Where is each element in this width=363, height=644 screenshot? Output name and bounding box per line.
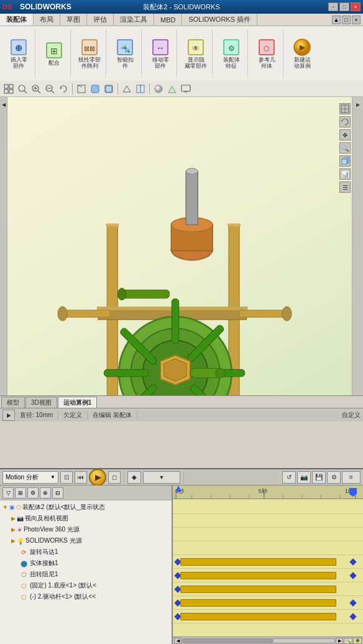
- tab-sketch[interactable]: 草图: [60, 14, 87, 25]
- status-bar: ▶ 直径: 10mm 欠定义 在编辑 装配体 自定义: [0, 408, 363, 421]
- toolbar-group-linear: ⊠⊠ 线性零部件阵列: [73, 29, 106, 78]
- view-orientation-button[interactable]: [339, 103, 351, 114]
- ref-geometry-button[interactable]: ⬡ 参考几何体: [253, 35, 280, 71]
- view-3d-button[interactable]: [339, 155, 351, 167]
- tab-evaluate[interactable]: 评估: [87, 14, 114, 25]
- insert-part-button[interactable]: ⊕ 插入零部件: [5, 35, 32, 71]
- left-panel: ◀: [0, 97, 7, 395]
- tree-item-torque[interactable]: ⎔ 扭转阻尼1: [0, 569, 172, 580]
- keyframe-contact-end[interactable]: [349, 572, 356, 579]
- move-part-icon: ↔: [150, 37, 170, 57]
- smart-fastener-button[interactable]: 🔩 智能扣件: [111, 35, 139, 71]
- wireframe-icon[interactable]: [75, 83, 88, 95]
- tab-plugins[interactable]: SOLIDWORKS 插件: [182, 14, 257, 25]
- maximize-button[interactable]: □: [339, 2, 349, 11]
- tab-model[interactable]: 模型: [1, 397, 25, 408]
- tree-settings-button[interactable]: ⚙: [27, 487, 39, 499]
- motion-play-button[interactable]: ▶: [89, 469, 106, 486]
- tab-3d-view[interactable]: 3D视图: [25, 397, 57, 408]
- scroll-left-button[interactable]: ◀: [174, 638, 182, 644]
- status-expand-button[interactable]: ▶: [2, 410, 15, 421]
- standard-views-icon[interactable]: [2, 83, 15, 95]
- motion-loop-button[interactable]: ↺: [282, 471, 296, 484]
- section-icon[interactable]: [134, 83, 147, 95]
- status-customize[interactable]: 自定义: [342, 411, 361, 420]
- toolbar-group-mate: ⊞ 配合: [38, 29, 71, 78]
- perspective-icon[interactable]: [121, 83, 133, 95]
- display-icon[interactable]: [180, 83, 192, 95]
- view-chart-button[interactable]: 📊: [339, 168, 351, 180]
- insert-part-label: 插入零部件: [11, 57, 27, 70]
- motion-camera-button[interactable]: 📷: [297, 471, 311, 484]
- view-list-button[interactable]: ☰: [339, 182, 351, 193]
- timeline-scrollbar[interactable]: ◀ ▶ 🔍 ⊕: [173, 637, 363, 644]
- tree-item-assembly[interactable]: ▼ ▣ ⬡ 装配体2 (默认<默认_显示状态: [0, 502, 172, 513]
- motion-key-button[interactable]: ◆: [127, 471, 141, 484]
- motion-filter-button[interactable]: ▼: [143, 471, 180, 484]
- keyframe-drive-end[interactable]: [349, 613, 356, 620]
- scroll-right-button[interactable]: ▶: [336, 638, 343, 644]
- motion-tree-toolbar: ▽ ⊞ ⚙ ⊕ ⊟: [0, 485, 172, 500]
- motion-type-arrow-icon: ▼: [50, 474, 55, 480]
- rotate-icon[interactable]: [57, 83, 70, 95]
- tree-item-photoview[interactable]: ▶ ☀ PhotoView 360 光源: [0, 524, 172, 535]
- motion-record-button[interactable]: ⊡: [60, 471, 73, 484]
- tree-expand-button[interactable]: ⊞: [15, 487, 26, 499]
- zoom-in-icon[interactable]: [30, 83, 42, 95]
- tab-mbd[interactable]: MBD: [154, 14, 182, 25]
- tree-item-contact[interactable]: ⬤ 实体接触1: [0, 558, 172, 569]
- right-panel-icon-1[interactable]: ▶: [353, 99, 363, 109]
- motion-to-start-button[interactable]: ⏮: [75, 471, 87, 484]
- tree-item-motor[interactable]: ⟳ 旋转马达1: [0, 546, 172, 558]
- linear-array-button[interactable]: ⊠⊠ 线性零部件阵列: [76, 35, 103, 71]
- scroll-track[interactable]: [182, 638, 335, 643]
- motion-more-button[interactable]: ≡: [342, 471, 361, 484]
- timeline-zoom-out-button[interactable]: 🔍: [344, 638, 352, 644]
- minimize-button[interactable]: −: [328, 2, 338, 11]
- tree-collapse-button[interactable]: ⊟: [52, 487, 63, 499]
- toolbar-group-show: 👁 显示隐藏零部件: [180, 29, 213, 78]
- timeline-right[interactable]: 0秒 5秒 10秒: [173, 485, 363, 644]
- motion-timeline: ▽ ⊞ ⚙ ⊕ ⊟ ▼ ▣ ⬡ 装配体2 (默认<默认_显示状态 ▶ 📷: [0, 485, 363, 644]
- shaded-icon[interactable]: [89, 83, 101, 95]
- mate-button[interactable]: ⊞ 配合: [40, 38, 68, 69]
- view-rotate-button[interactable]: [339, 116, 351, 127]
- keyframe-base-end[interactable]: [349, 599, 356, 606]
- motion-save-button[interactable]: 💾: [312, 471, 326, 484]
- tree-add-button[interactable]: ⊕: [40, 487, 51, 499]
- tab-assembly[interactable]: 装配体: [0, 14, 34, 25]
- motion-settings-button[interactable]: ⚙: [327, 471, 341, 484]
- close-button[interactable]: ×: [351, 2, 361, 11]
- asm-feature-button[interactable]: ⚙ 装配体特征: [218, 35, 245, 71]
- svg-rect-51: [227, 224, 241, 227]
- new-motion-icon: ▶: [292, 37, 312, 57]
- tree-item-base[interactable]: ⬡ (固定) 1.底座<1> (默认<: [0, 580, 172, 591]
- ribbon-collapse-button[interactable]: ▲: [332, 16, 341, 24]
- tab-motion-example[interactable]: 运动算例1: [58, 397, 98, 408]
- tab-layout[interactable]: 布局: [34, 14, 60, 25]
- keyframe-motor-end[interactable]: [349, 558, 356, 565]
- edges-icon[interactable]: [103, 83, 115, 95]
- viewport[interactable]: Z ✥ 🔍 📊 ☰: [7, 97, 352, 395]
- move-part-label: 移动零部件: [152, 57, 169, 70]
- show-hide-button[interactable]: 👁 显示隐藏零部件: [182, 35, 209, 71]
- motion-stop-button[interactable]: ◻: [108, 471, 121, 484]
- tab-render[interactable]: 渲染工具: [114, 14, 154, 25]
- new-motion-button[interactable]: ▶ 新建运动算例: [288, 35, 316, 71]
- zoom-out-icon[interactable]: [44, 83, 56, 95]
- move-part-button[interactable]: ↔ 移动零部件: [147, 35, 174, 71]
- tree-filter-button[interactable]: ▽: [2, 487, 14, 499]
- ribbon-options-button[interactable]: □: [342, 16, 351, 24]
- ribbon-close-button[interactable]: ×: [352, 16, 361, 24]
- tree-item-drive[interactable]: ⬡ (-) 2.驱动杆<1> (默认<<: [0, 591, 172, 602]
- scene-icon[interactable]: [166, 83, 178, 95]
- motion-type-dropdown[interactable]: Motion 分析 ▼: [2, 471, 58, 484]
- tree-item-sw-light[interactable]: ▶ 💡 SOLIDWORKS 光源: [0, 535, 172, 546]
- zoom-to-fit-icon[interactable]: [16, 83, 29, 95]
- view-zoom-button[interactable]: 🔍: [339, 142, 351, 154]
- appearance-icon[interactable]: [152, 83, 165, 95]
- timeline-zoom-in-button[interactable]: ⊕: [353, 638, 362, 644]
- tree-item-camera[interactable]: ▶ 📷 视向及相机视图: [0, 513, 172, 524]
- show-hide-icon: 👁: [186, 37, 206, 57]
- view-pan-button[interactable]: ✥: [339, 129, 351, 140]
